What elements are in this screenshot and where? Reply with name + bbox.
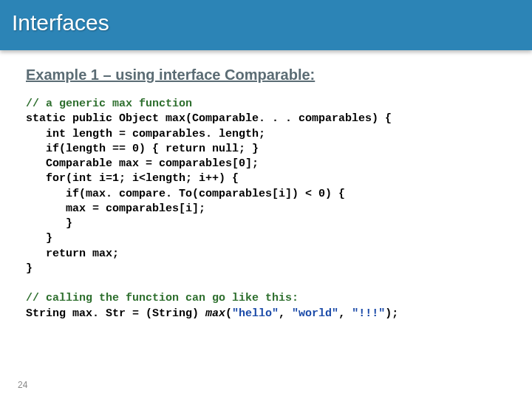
code-brace: }: [26, 262, 33, 275]
code-string: "world": [292, 307, 338, 320]
code-text: (: [66, 172, 72, 185]
code-text: ,: [279, 307, 292, 320]
kw-null: null: [212, 143, 239, 155]
code-text: ,: [338, 307, 352, 320]
code-text: max;: [86, 248, 119, 260]
title-bar: Interfaces: [0, 0, 532, 50]
code-text: (max. compare. To(comparables[i]) < 0) {: [79, 188, 345, 200]
code-brace: }: [46, 232, 52, 245]
code-text: (length == 0) {: [59, 143, 166, 155]
slide-content: Example 1 – using interface Comparable: …: [26, 66, 506, 321]
code-text: Comparable max = comparables[0];: [46, 157, 259, 170]
kw-return: return: [46, 248, 86, 260]
kw-int: int: [72, 172, 92, 185]
code-string: "!!!": [352, 307, 385, 320]
code-text: max = comparables[i];: [66, 202, 205, 215]
code-text: length = comparables. length;: [66, 128, 265, 140]
kw-return: return: [166, 143, 205, 155]
kw-static: static: [26, 112, 66, 125]
code-block: // a generic max function static public …: [26, 97, 506, 321]
kw-if: if: [66, 188, 79, 200]
code-text: );: [385, 307, 398, 320]
code-text: String max. Str = (String): [26, 307, 205, 320]
code-comment: // calling the function can go like this…: [26, 292, 299, 304]
code-call-max: max: [205, 307, 225, 320]
code-text: (: [225, 307, 232, 320]
code-text: ; }: [239, 143, 259, 155]
code-text: i=1; i<length; i++) {: [92, 172, 239, 185]
example-subtitle: Example 1 – using interface Comparable:: [26, 66, 506, 83]
kw-for: for: [46, 172, 66, 185]
slide-title: Interfaces: [0, 0, 532, 35]
code-brace: }: [66, 217, 72, 230]
kw-int: int: [46, 128, 66, 140]
kw-if: if: [46, 143, 59, 155]
code-text: Object max(Comparable. . . comparables) …: [119, 112, 392, 125]
kw-public: public: [72, 112, 112, 125]
code-comment: // a generic max function: [26, 98, 192, 110]
code-string: "hello": [232, 307, 279, 320]
page-number: 24: [18, 380, 27, 390]
